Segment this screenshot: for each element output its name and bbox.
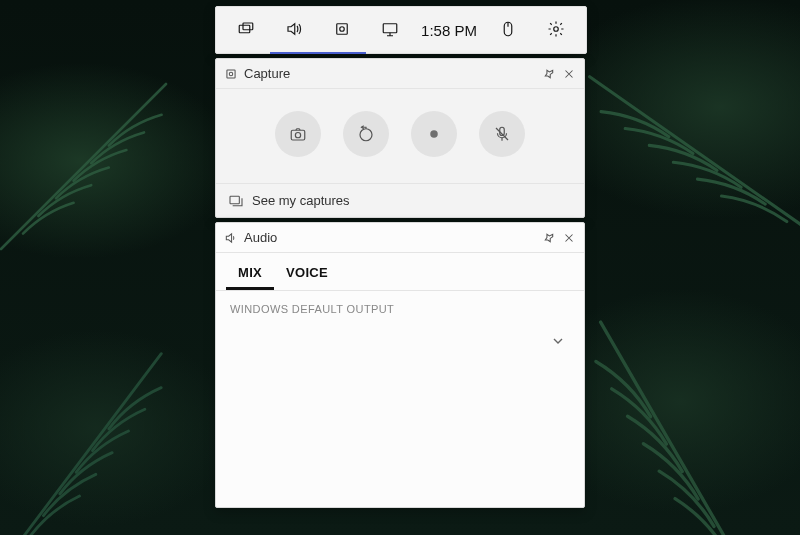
capture-title: Capture xyxy=(244,66,536,81)
audio-panel: Audio MIX VOICE WINDOWS DEFAULT OUTPUT xyxy=(215,222,585,508)
svg-point-8 xyxy=(229,72,233,76)
mic-toggle-button[interactable] xyxy=(479,111,525,157)
clock: 1:58 PM xyxy=(414,22,484,39)
close-icon[interactable] xyxy=(562,67,576,81)
audio-title: Audio xyxy=(244,230,536,245)
widgets-button[interactable] xyxy=(222,6,270,54)
pin-icon[interactable] xyxy=(542,67,556,81)
audio-panel-header: Audio xyxy=(216,223,584,253)
svg-point-3 xyxy=(340,27,345,32)
svg-point-11 xyxy=(360,129,372,141)
capture-button[interactable] xyxy=(318,6,366,54)
svg-rect-7 xyxy=(227,69,235,77)
chevron-down-icon[interactable] xyxy=(550,333,566,349)
svg-rect-14 xyxy=(230,196,239,203)
record-icon xyxy=(425,125,443,143)
capture-panel: Capture xyxy=(215,58,585,218)
mic-off-icon xyxy=(493,125,511,143)
mouse-icon xyxy=(499,20,517,38)
game-bar-toolbar: 1:58 PM xyxy=(215,6,587,54)
mouse-button[interactable] xyxy=(484,6,532,54)
audio-body: WINDOWS DEFAULT OUTPUT xyxy=(216,291,584,327)
svg-point-6 xyxy=(554,27,559,32)
svg-rect-2 xyxy=(337,24,348,35)
default-output-label: WINDOWS DEFAULT OUTPUT xyxy=(230,303,570,315)
capture-icon xyxy=(333,20,351,38)
screenshot-button[interactable] xyxy=(275,111,321,157)
audio-button[interactable] xyxy=(270,6,318,54)
performance-button[interactable] xyxy=(366,6,414,54)
capture-panel-header: Capture xyxy=(216,59,584,89)
gallery-icon xyxy=(228,193,244,209)
record-last-button[interactable] xyxy=(343,111,389,157)
speaker-icon xyxy=(285,20,303,38)
leaf-decoration xyxy=(0,298,245,535)
capture-actions xyxy=(216,89,584,183)
svg-point-12 xyxy=(430,130,438,138)
settings-button[interactable] xyxy=(532,6,580,54)
pin-icon[interactable] xyxy=(542,231,556,245)
tab-voice[interactable]: VOICE xyxy=(274,259,340,290)
svg-rect-4 xyxy=(383,24,397,33)
see-captures-label: See my captures xyxy=(252,193,350,208)
speaker-icon xyxy=(224,231,238,245)
tab-mix[interactable]: MIX xyxy=(226,259,274,290)
gear-icon xyxy=(547,20,565,38)
capture-header-icon xyxy=(224,67,238,81)
monitor-icon xyxy=(381,20,399,38)
widgets-icon xyxy=(237,20,255,38)
start-recording-button[interactable] xyxy=(411,111,457,157)
svg-rect-1 xyxy=(243,23,253,30)
leaf-decoration xyxy=(0,40,240,260)
svg-rect-0 xyxy=(239,25,250,33)
rewind-icon xyxy=(357,125,375,143)
audio-tabs: MIX VOICE xyxy=(216,253,584,291)
camera-icon xyxy=(289,125,307,143)
close-icon[interactable] xyxy=(562,231,576,245)
svg-point-10 xyxy=(295,133,300,138)
svg-rect-9 xyxy=(291,130,305,140)
see-captures-link[interactable]: See my captures xyxy=(216,183,584,217)
